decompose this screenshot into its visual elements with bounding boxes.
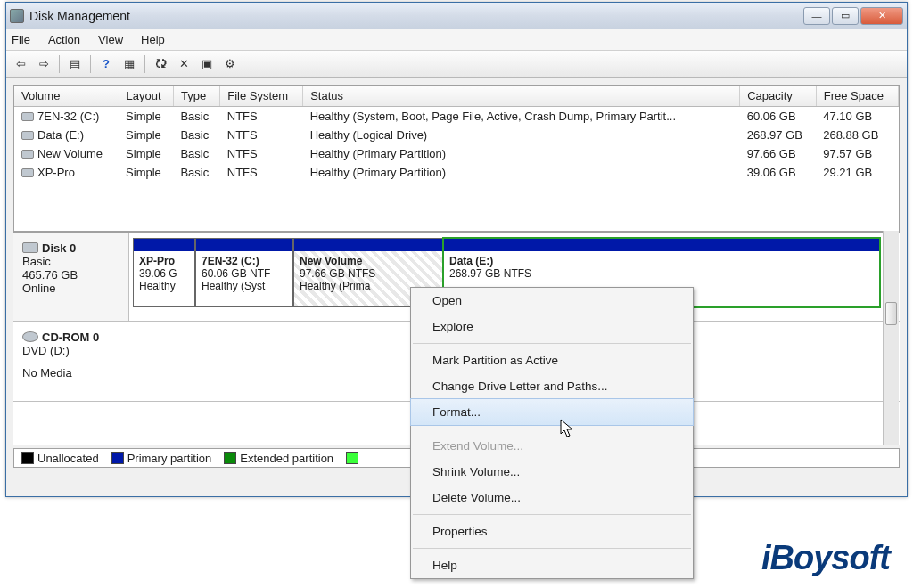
vol-layout: Simple	[119, 107, 173, 127]
table-row[interactable]: Data (E:)SimpleBasicNTFSHealthy (Logical…	[14, 126, 899, 144]
vol-type: Basic	[173, 163, 219, 182]
logo-text: iBoysoft	[761, 539, 890, 576]
legend-unallocated: Unallocated	[21, 452, 99, 465]
col-capacity[interactable]: Capacity	[740, 86, 817, 107]
disk-size: 465.76 GB	[22, 268, 119, 282]
back-button[interactable]: ⇦	[10, 53, 31, 75]
iboysoft-logo: iBoysoft	[761, 539, 890, 577]
menu-file[interactable]: File	[12, 33, 30, 46]
titlebar[interactable]: Disk Management — ▭ ✕	[6, 3, 907, 29]
col-volume[interactable]: Volume	[14, 86, 119, 107]
menu-separator	[413, 548, 691, 549]
vol-capacity: 97.66 GB	[740, 144, 817, 163]
vol-status: Healthy (Logical Drive)	[303, 126, 740, 144]
toolbar-separator	[144, 55, 145, 73]
partition-color-bar	[134, 239, 194, 251]
delete-icon[interactable]: ✕	[173, 53, 194, 75]
disk-state: Online	[22, 282, 119, 295]
vol-name: 7EN-32 (C:)	[37, 110, 99, 123]
vol-free: 97.57 GB	[816, 144, 898, 163]
legend-more	[346, 452, 362, 465]
col-layout[interactable]: Layout	[119, 86, 173, 107]
legend-swatch	[21, 452, 34, 464]
maximize-button[interactable]: ▭	[832, 7, 859, 25]
col-type[interactable]: Type	[173, 86, 219, 107]
minimize-button[interactable]: —	[803, 7, 830, 25]
disk-icon	[22, 242, 38, 253]
details-button[interactable]: ▦	[119, 53, 140, 75]
disk-title: Disk 0	[42, 241, 76, 255]
volume-icon	[21, 131, 34, 140]
vol-name: XP-Pro	[37, 166, 75, 179]
properties-icon[interactable]: ▣	[196, 53, 218, 75]
legend-swatch	[346, 452, 358, 464]
window-controls: — ▭ ✕	[803, 7, 903, 25]
vol-free: 47.10 GB	[816, 107, 898, 127]
vol-name: Data (E:)	[37, 128, 84, 142]
menu-explore[interactable]: Explore	[411, 314, 693, 339]
part-size: 39.06 G	[139, 267, 189, 280]
table-row[interactable]: 7EN-32 (C:)SimpleBasicNTFSHealthy (Syste…	[14, 107, 899, 127]
vol-capacity: 268.97 GB	[740, 126, 817, 144]
part-status: Healthy	[139, 280, 189, 292]
col-fs[interactable]: File System	[220, 86, 303, 107]
vol-fs: NTFS	[220, 107, 303, 127]
volume-icon	[21, 112, 34, 121]
vol-fs: NTFS	[220, 144, 303, 163]
legend-extended: Extended partition	[224, 452, 333, 465]
vol-free: 29.21 GB	[816, 163, 898, 182]
scrollbar[interactable]	[883, 231, 899, 445]
menu-change-letter[interactable]: Change Drive Letter and Paths...	[411, 373, 693, 399]
cdrom-header[interactable]: CD-ROM 0 DVD (D:) No Media	[13, 322, 129, 401]
menu-shrink[interactable]: Shrink Volume...	[411, 459, 693, 485]
menu-help[interactable]: Help	[411, 552, 693, 578]
menu-properties[interactable]: Properties	[411, 519, 693, 544]
menu-open[interactable]: Open	[411, 288, 693, 314]
window-title: Disk Management	[29, 9, 803, 23]
cdrom-drive: DVD (D:)	[22, 344, 120, 357]
legend-primary: Primary partition	[111, 452, 212, 465]
menu-delete[interactable]: Delete Volume...	[411, 485, 693, 510]
app-icon	[10, 9, 24, 23]
vol-status: Healthy (System, Boot, Page File, Active…	[303, 107, 740, 127]
menu-help[interactable]: Help	[141, 33, 165, 46]
menu-action[interactable]: Action	[48, 33, 80, 46]
settings-icon[interactable]: ⚙	[219, 53, 241, 75]
partition-xp-pro[interactable]: XP-Pro 39.06 G Healthy	[133, 238, 195, 307]
table-row[interactable]: New VolumeSimpleBasicNTFSHealthy (Primar…	[14, 144, 899, 163]
menu-extend: Extend Volume...	[411, 433, 693, 459]
partition-color-bar	[196, 239, 292, 251]
col-free[interactable]: Free Space	[816, 86, 898, 107]
volume-icon	[21, 150, 34, 159]
menu-mark-active[interactable]: Mark Partition as Active	[411, 347, 693, 373]
part-status: Healthy (Syst	[202, 280, 287, 292]
vol-type: Basic	[173, 144, 219, 163]
menubar: File Action View Help	[6, 29, 907, 51]
part-size: 268.97 GB NTFS	[449, 267, 874, 280]
scrollbar-thumb[interactable]	[885, 302, 897, 325]
volume-table: Volume Layout Type File System Status Ca…	[14, 86, 899, 182]
col-status[interactable]: Status	[303, 86, 740, 107]
panes-button[interactable]: ▤	[64, 53, 86, 75]
vol-layout: Simple	[119, 126, 173, 144]
disk-header[interactable]: Disk 0 Basic 465.76 GB Online	[13, 233, 129, 321]
help-icon[interactable]: ?	[95, 53, 117, 75]
part-name: New Volume	[300, 255, 437, 267]
table-row[interactable]: XP-ProSimpleBasicNTFSHealthy (Primary Pa…	[14, 163, 899, 182]
cdrom-title: CD-ROM 0	[42, 331, 99, 344]
partition-7en32-c[interactable]: 7EN-32 (C:) 60.06 GB NTF Healthy (Syst	[195, 238, 293, 307]
context-menu: Open Explore Mark Partition as Active Ch…	[410, 287, 694, 579]
close-button[interactable]: ✕	[860, 7, 903, 25]
forward-button[interactable]: ⇨	[33, 53, 54, 75]
partition-color-bar	[444, 239, 879, 251]
partition-color-bar	[294, 239, 442, 251]
toolbar-separator	[59, 55, 60, 73]
menu-separator	[413, 514, 691, 515]
part-name: XP-Pro	[139, 255, 189, 267]
toolbar-separator	[90, 55, 91, 73]
vol-layout: Simple	[119, 163, 173, 182]
menu-format[interactable]: Format...	[410, 398, 694, 426]
refresh-icon[interactable]: 🗘	[150, 53, 171, 75]
menu-view[interactable]: View	[98, 33, 123, 46]
menu-separator	[413, 343, 691, 344]
